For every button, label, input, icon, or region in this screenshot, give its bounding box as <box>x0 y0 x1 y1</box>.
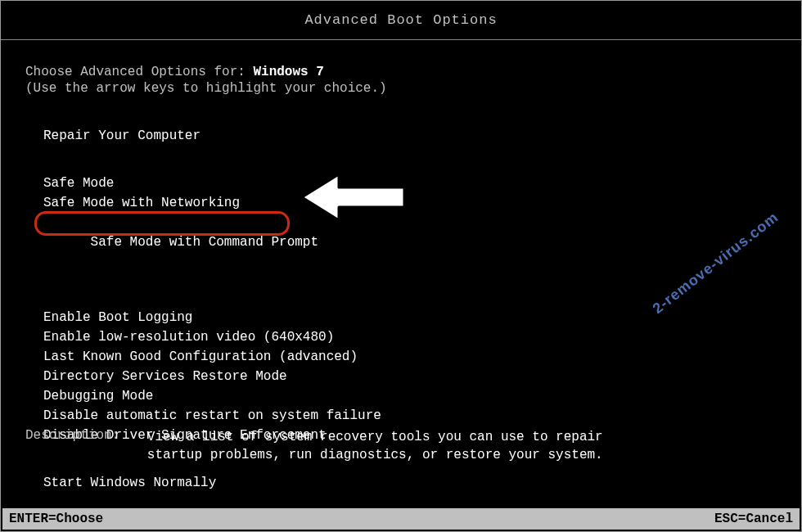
menu-item-low-res-video[interactable]: Enable low-resolution video (640x480) <box>43 328 777 346</box>
description-label: Description: <box>25 428 119 443</box>
menu-item-boot-logging[interactable]: Enable Boot Logging <box>43 309 777 327</box>
description-text: View a list of system recovery tools you… <box>147 428 603 464</box>
highlight-ring-annotation <box>34 211 290 236</box>
footer-esc-hint: ESC=Cancel <box>714 512 793 526</box>
menu-item-safe-mode-networking[interactable]: Safe Mode with Networking <box>43 194 777 212</box>
choose-line: Choose Advanced Options for: Windows 7 <box>25 65 777 79</box>
menu-item-debugging-mode[interactable]: Debugging Mode <box>43 387 777 405</box>
menu-item-disable-auto-restart[interactable]: Disable automatic restart on system fail… <box>43 407 777 425</box>
footer-bar: ENTER=Choose ESC=Cancel <box>2 508 800 530</box>
menu-item-label: Safe Mode with Command Prompt <box>91 235 318 250</box>
menu-item-last-known-good[interactable]: Last Known Good Configuration (advanced) <box>43 348 777 366</box>
description-block: Description: View a list of system recov… <box>25 428 603 464</box>
menu-item-repair-computer[interactable]: Repair Your Computer <box>43 127 777 145</box>
menu-item-safe-mode[interactable]: Safe Mode <box>43 174 777 192</box>
choose-prefix: Choose Advanced Options for: <box>25 65 253 79</box>
os-name: Windows 7 <box>253 65 323 79</box>
menu-item-start-normally[interactable]: Start Windows Normally <box>43 474 777 492</box>
menu-item-safe-mode-command-prompt[interactable]: Safe Mode with Command Prompt <box>43 215 318 287</box>
content-area: Choose Advanced Options for: Windows 7 (… <box>1 40 801 492</box>
footer-enter-hint: ENTER=Choose <box>9 512 103 526</box>
arrow-key-instruction: (Use the arrow keys to highlight your ch… <box>25 81 777 96</box>
page-title: Advanced Boot Options <box>1 1 801 40</box>
menu-item-directory-services-restore[interactable]: Directory Services Restore Mode <box>43 367 777 385</box>
